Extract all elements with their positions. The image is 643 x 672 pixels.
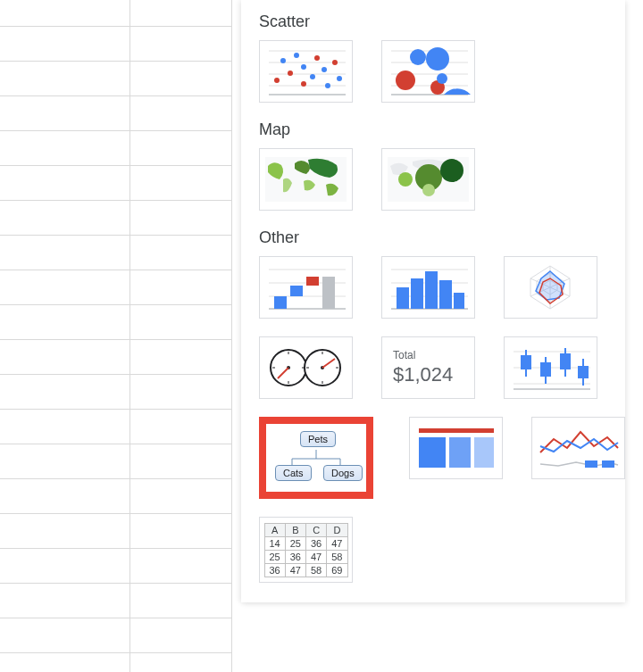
- section-title-map: Map: [259, 120, 625, 139]
- thumb-waterfall-chart[interactable]: [259, 256, 353, 319]
- thumb-histogram-chart[interactable]: [381, 256, 475, 319]
- scorecard-value: $1,024: [393, 363, 453, 386]
- thumb-candlestick-chart[interactable]: [504, 336, 597, 399]
- svg-point-23: [410, 49, 426, 65]
- svg-point-32: [440, 159, 463, 182]
- mini-table: A B C D 1425 3647 2536 4758 3647 5869: [264, 523, 348, 577]
- svg-point-15: [332, 60, 338, 65]
- svg-rect-77: [521, 355, 531, 369]
- svg-point-24: [426, 47, 449, 71]
- svg-point-5: [274, 78, 280, 83]
- svg-point-12: [314, 55, 320, 61]
- svg-rect-47: [425, 271, 438, 309]
- svg-point-16: [337, 76, 342, 81]
- svg-rect-46: [411, 278, 423, 309]
- svg-rect-91: [474, 437, 494, 468]
- svg-rect-37: [274, 296, 287, 309]
- svg-rect-79: [540, 362, 551, 377]
- svg-point-29: [398, 172, 413, 187]
- svg-rect-45: [397, 287, 409, 309]
- svg-rect-49: [454, 293, 464, 309]
- svg-rect-38: [290, 286, 303, 296]
- svg-point-9: [301, 81, 306, 87]
- section-title-scatter: Scatter: [259, 12, 625, 31]
- svg-rect-89: [419, 437, 446, 468]
- svg-point-7: [288, 71, 293, 76]
- svg-rect-93: [602, 460, 614, 468]
- svg-point-26: [437, 73, 447, 84]
- org-child-2: Dogs: [323, 465, 363, 481]
- chart-type-panel: Scatter: [241, 0, 625, 602]
- thumb-gauge-chart[interactable]: [259, 336, 353, 399]
- svg-rect-39: [306, 277, 319, 286]
- thumb-scatter-chart[interactable]: [259, 40, 353, 103]
- thumb-timeline-chart[interactable]: [409, 417, 503, 479]
- svg-rect-88: [419, 428, 494, 433]
- svg-rect-81: [560, 353, 571, 369]
- thumb-org-chart[interactable]: Pets Cats Dogs: [259, 417, 373, 499]
- scorecard-label: Total: [393, 349, 415, 361]
- svg-point-31: [422, 184, 435, 196]
- thumb-table-chart[interactable]: A B C D 1425 3647 2536 4758 3647 5869: [259, 517, 353, 583]
- svg-point-13: [322, 67, 327, 72]
- svg-rect-92: [585, 460, 597, 468]
- thumb-radar-chart[interactable]: [504, 256, 597, 319]
- svg-point-22: [396, 71, 415, 90]
- thumb-bubble-chart[interactable]: [381, 40, 475, 103]
- svg-rect-90: [449, 437, 471, 468]
- spreadsheet-grid[interactable]: [0, 0, 232, 672]
- thumb-scorecard-chart[interactable]: Total $1,024: [381, 336, 475, 399]
- section-title-other: Other: [259, 228, 625, 247]
- org-child-1: Cats: [275, 465, 312, 481]
- thumb-geo-bubble-chart[interactable]: [381, 148, 475, 211]
- svg-point-10: [301, 64, 306, 70]
- svg-point-8: [294, 53, 299, 58]
- svg-point-11: [310, 74, 315, 79]
- thumb-annotated-line-chart[interactable]: [531, 417, 625, 479]
- svg-rect-83: [578, 366, 589, 378]
- svg-rect-48: [439, 280, 452, 309]
- org-parent: Pets: [300, 431, 336, 447]
- svg-point-14: [325, 83, 330, 88]
- svg-rect-40: [322, 277, 335, 309]
- svg-point-6: [280, 58, 286, 63]
- thumb-geo-chart[interactable]: [259, 148, 353, 211]
